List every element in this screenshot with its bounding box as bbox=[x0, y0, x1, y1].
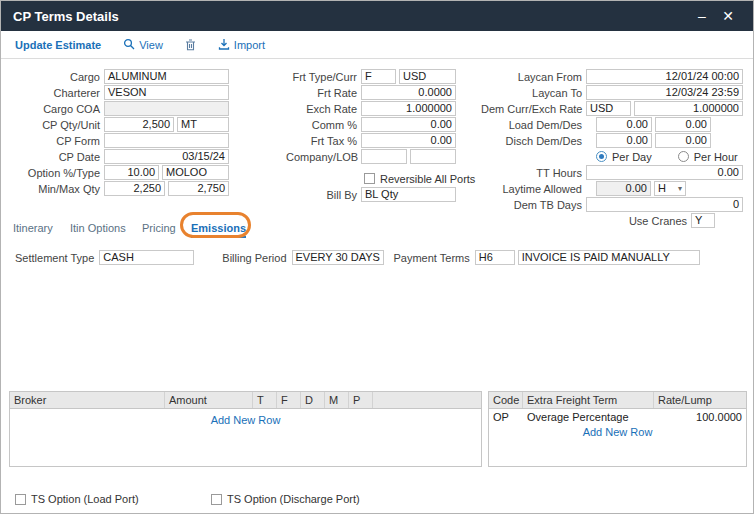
t-col-header[interactable]: T bbox=[253, 392, 277, 408]
per-day-radio[interactable] bbox=[596, 151, 607, 162]
m-col-header[interactable]: M bbox=[325, 392, 349, 408]
settlement-type-field[interactable]: CASH bbox=[99, 250, 194, 265]
dem-tb-days-field[interactable]: 0 bbox=[586, 197, 743, 212]
cp-qty-unit-label: CP Qty/Unit bbox=[9, 119, 104, 131]
code-col-header[interactable]: Code bbox=[489, 392, 523, 408]
tab-itin-options[interactable]: Itin Options bbox=[70, 222, 126, 234]
dem-exch-rate-field[interactable]: 1.000000 bbox=[634, 101, 743, 116]
frt-tax-field[interactable]: 0.00 bbox=[361, 133, 456, 148]
middle-form-column: Frt Type/Curr F USD Frt Rate 0.0000 Exch… bbox=[286, 69, 475, 203]
cp-unit-field[interactable]: MT bbox=[177, 117, 229, 132]
magnifier-icon bbox=[123, 38, 135, 52]
per-hour-label: Per Hour bbox=[694, 151, 738, 163]
laycan-to-field[interactable]: 12/03/24 23:59 bbox=[586, 85, 743, 100]
exch-rate-label: Exch Rate bbox=[286, 103, 361, 115]
load-des-field[interactable]: 0.00 bbox=[655, 117, 711, 132]
laycan-from-label: Laycan From bbox=[481, 71, 586, 83]
extra-freight-table: Code Extra Freight Term Rate/Lump OP Ove… bbox=[488, 391, 747, 467]
right-form-column: Laycan From 12/01/24 00:00 Laycan To 12/… bbox=[481, 69, 743, 229]
laycan-to-label: Laycan To bbox=[481, 87, 586, 99]
cargo-coa-field[interactable] bbox=[104, 101, 229, 116]
payment-terms-desc-field[interactable]: INVOICE IS PAID MANUALLY bbox=[518, 250, 700, 265]
ts-option-discharge-checkbox[interactable] bbox=[211, 494, 222, 505]
lob-field[interactable] bbox=[410, 149, 456, 164]
option-pct-type-label: Option %/Type bbox=[9, 167, 104, 179]
delete-icon[interactable] bbox=[185, 39, 196, 51]
extra-freight-add-new-row-link[interactable]: Add New Row bbox=[489, 426, 746, 438]
disch-dem-des-label: Disch Dem/Des bbox=[481, 135, 586, 147]
ts-option-load-checkbox[interactable] bbox=[15, 494, 26, 505]
update-estimate-button[interactable]: Update Estimate bbox=[15, 39, 101, 51]
bill-by-field[interactable]: BL Qty bbox=[361, 187, 456, 202]
reversible-all-ports-label: Reversible All Ports bbox=[380, 173, 475, 185]
cargo-field[interactable]: ALUMINUM bbox=[104, 69, 229, 84]
chevron-down-icon: ▾ bbox=[678, 185, 682, 193]
load-dem-field[interactable]: 0.00 bbox=[596, 117, 652, 132]
option-type-field[interactable]: MOLOO bbox=[162, 165, 229, 180]
exch-rate-field[interactable]: 1.000000 bbox=[361, 101, 456, 116]
extra-freight-term-col-header[interactable]: Extra Freight Term bbox=[523, 392, 654, 408]
payment-terms-code-field[interactable]: H6 bbox=[475, 250, 515, 265]
p-col-header[interactable]: P bbox=[349, 392, 373, 408]
import-button[interactable]: Import bbox=[218, 38, 265, 52]
charterer-field[interactable]: VESON bbox=[104, 85, 229, 100]
use-cranes-field[interactable]: Y bbox=[691, 213, 715, 228]
amount-col-header[interactable]: Amount bbox=[165, 392, 253, 408]
ts-option-load-row: TS Option (Load Port) bbox=[15, 493, 139, 505]
cp-date-field[interactable]: 03/15/24 bbox=[104, 149, 229, 164]
max-qty-field[interactable]: 2,750 bbox=[168, 181, 229, 196]
view-button[interactable]: View bbox=[123, 38, 163, 52]
laytime-allowed-label: Laytime Allowed bbox=[481, 183, 586, 195]
window-title: CP Terms Details bbox=[13, 9, 689, 24]
cp-qty-field[interactable]: 2,500 bbox=[104, 117, 174, 132]
min-qty-field[interactable]: 2,250 bbox=[104, 181, 165, 196]
per-day-label: Per Day bbox=[612, 151, 652, 163]
ts-option-load-label: TS Option (Load Port) bbox=[31, 493, 139, 505]
title-bar: CP Terms Details – ✕ bbox=[1, 1, 753, 31]
tab-itinerary[interactable]: Itinerary bbox=[13, 222, 53, 234]
per-hour-radio[interactable] bbox=[678, 151, 689, 162]
cp-form-field[interactable] bbox=[104, 133, 229, 148]
broker-col-header[interactable]: Broker bbox=[10, 392, 165, 408]
f-col-header[interactable]: F bbox=[277, 392, 301, 408]
comm-pct-label: Comm % bbox=[286, 119, 361, 131]
laytime-unit-select[interactable]: H ▾ bbox=[654, 181, 686, 196]
minimize-button[interactable]: – bbox=[689, 8, 715, 24]
frt-rate-field[interactable]: 0.0000 bbox=[361, 85, 456, 100]
option-pct-field[interactable]: 10.00 bbox=[104, 165, 159, 180]
dem-curr-field[interactable]: USD bbox=[586, 101, 631, 116]
frt-tax-label: Frt Tax % bbox=[286, 135, 361, 147]
frt-type-field[interactable]: F bbox=[361, 69, 396, 84]
frt-rate-label: Frt Rate bbox=[286, 87, 361, 99]
close-button[interactable]: ✕ bbox=[715, 8, 741, 24]
frt-curr-field[interactable]: USD bbox=[399, 69, 456, 84]
table-row[interactable]: OP Overage Percentage 100.0000 bbox=[489, 409, 746, 425]
laytime-allowed-field[interactable]: 0.00 bbox=[596, 181, 651, 196]
broker-table-header: Broker Amount T F D M P bbox=[10, 392, 481, 409]
tt-hours-label: TT Hours bbox=[481, 167, 586, 179]
minmax-qty-label: Min/Max Qty bbox=[9, 183, 104, 195]
d-col-header[interactable]: D bbox=[301, 392, 325, 408]
cargo-label: Cargo bbox=[9, 71, 104, 83]
tab-pricing[interactable]: Pricing bbox=[142, 222, 176, 234]
comm-pct-field[interactable]: 0.00 bbox=[361, 117, 456, 132]
billing-period-field[interactable]: EVERY 30 DAYS bbox=[292, 250, 384, 265]
tab-emissions[interactable]: Emissions bbox=[191, 222, 246, 238]
cp-form-label: CP Form bbox=[9, 135, 104, 147]
rate-lump-col-header[interactable]: Rate/Lump bbox=[654, 392, 746, 408]
left-form-column: Cargo ALUMINUM Charterer VESON Cargo COA… bbox=[9, 69, 229, 197]
bill-by-label: Bill By bbox=[286, 189, 361, 201]
toolbar: Update Estimate View Import bbox=[1, 31, 753, 59]
company-field[interactable] bbox=[361, 149, 407, 164]
cargo-coa-label: Cargo COA bbox=[9, 103, 104, 115]
cp-date-label: CP Date bbox=[9, 151, 104, 163]
broker-add-new-row-link[interactable]: Add New Row bbox=[10, 414, 481, 426]
disch-dem-field[interactable]: 0.00 bbox=[596, 133, 652, 148]
ts-option-discharge-row: TS Option (Discharge Port) bbox=[211, 493, 360, 505]
laycan-from-field[interactable]: 12/01/24 00:00 bbox=[586, 69, 743, 84]
reversible-all-ports-checkbox[interactable] bbox=[364, 173, 375, 184]
tt-hours-field[interactable]: 0.00 bbox=[586, 165, 743, 180]
dem-tb-days-label: Dem TB Days bbox=[481, 199, 586, 211]
disch-des-field[interactable]: 0.00 bbox=[655, 133, 711, 148]
extra-freight-rate-cell: 100.0000 bbox=[654, 411, 746, 423]
